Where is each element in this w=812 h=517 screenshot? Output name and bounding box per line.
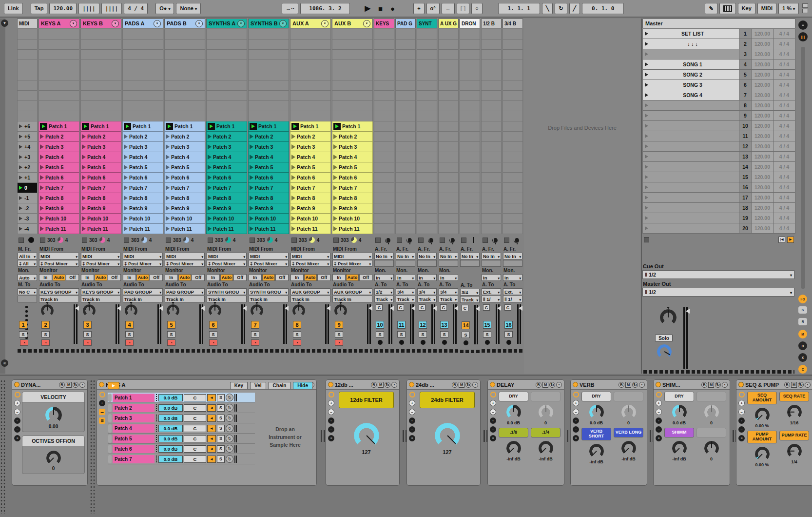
clip-slot[interactable]: Patch 11 <box>290 224 331 234</box>
save-preset-icon[interactable] <box>556 382 562 388</box>
empty-clip-slot[interactable] <box>395 101 416 111</box>
loop-button[interactable]: ↻ <box>555 3 567 14</box>
rack-drop-zone[interactable]: Drop an Instrument or Sample Here <box>259 395 311 480</box>
scene-tempo[interactable]: 120.00 <box>752 121 773 131</box>
empty-clip-slot[interactable] <box>39 101 79 111</box>
track-header[interactable]: KEYS <box>374 19 394 28</box>
empty-clip-slot[interactable] <box>206 40 247 50</box>
scene-launch-cell[interactable] <box>643 172 739 182</box>
empty-clip-slot[interactable] <box>374 101 394 111</box>
clip-slot[interactable]: Patch 6 <box>122 173 163 183</box>
device-power-icon[interactable] <box>15 392 20 398</box>
empty-clip-slot[interactable] <box>438 101 459 111</box>
empty-clip-slot[interactable] <box>438 173 459 183</box>
list-icon[interactable] <box>656 435 662 441</box>
clip-slot[interactable]: Patch 1 <box>164 121 205 132</box>
chain-pan[interactable]: C <box>184 415 206 422</box>
track-number-button[interactable]: 10 <box>376 321 384 329</box>
list-icon[interactable] <box>14 435 20 441</box>
volume-fader-handle[interactable] <box>366 306 372 311</box>
hot-swap-icon[interactable] <box>226 404 233 412</box>
punch-out-button[interactable]: ╱ <box>569 3 580 14</box>
scene-row[interactable]: 11120.004 / 4 <box>642 131 795 141</box>
empty-clip-slot[interactable] <box>374 224 394 234</box>
empty-clip-slot[interactable] <box>164 111 205 121</box>
scene-row[interactable]: SONG 47120.004 / 4 <box>642 90 795 100</box>
volume-fader-handle[interactable] <box>282 306 289 311</box>
clip-slot[interactable]: Patch 6 <box>39 173 79 183</box>
empty-clip-slot[interactable] <box>438 152 459 162</box>
empty-clip-slot[interactable] <box>481 132 502 142</box>
clip-slot[interactable]: Patch 2 <box>122 132 163 142</box>
mixer-section-toggle-c[interactable]: C <box>798 365 807 374</box>
empty-clip-slot[interactable] <box>395 60 416 70</box>
track-fold-button[interactable]: ▼ <box>279 20 287 27</box>
chain-pan[interactable]: C <box>184 435 206 442</box>
clip-slot[interactable]: Patch 1 <box>332 121 373 132</box>
scene-time-signature[interactable]: 4 / 4 <box>773 80 795 90</box>
empty-clip-slot[interactable] <box>122 111 163 121</box>
empty-clip-slot[interactable] <box>17 80 38 91</box>
pan-knob[interactable] <box>292 304 305 319</box>
clip-stop-button[interactable] <box>397 238 402 243</box>
output-type-select[interactable]: 3/4 <box>396 288 415 295</box>
empty-clip-slot[interactable] <box>332 40 373 50</box>
clip-stop-button[interactable] <box>208 238 213 243</box>
input-type-select[interactable]: No In <box>482 253 501 259</box>
empty-clip-slot[interactable] <box>481 91 502 101</box>
monitor-select[interactable]: In <box>503 274 522 281</box>
empty-clip-slot[interactable] <box>503 203 523 214</box>
volume-fader-handle[interactable] <box>473 306 480 311</box>
macro-map-button[interactable]: ▶ <box>108 382 119 389</box>
knob-icon[interactable] <box>621 405 636 419</box>
empty-clip-slot[interactable] <box>206 80 247 91</box>
clip-slot[interactable]: Patch 9 <box>206 203 247 214</box>
arm-record-button[interactable] <box>506 340 511 345</box>
scene-row[interactable]: SONG 14120.004 / 4 <box>642 60 795 70</box>
clip-slot[interactable]: Patch 6 <box>332 173 373 183</box>
parameter-icon[interactable] <box>409 418 415 424</box>
empty-clip-slot[interactable] <box>17 111 38 121</box>
knob-icon[interactable] <box>46 451 61 465</box>
device-activator-button[interactable] <box>656 382 661 387</box>
empty-clip-slot[interactable] <box>164 70 205 80</box>
arm-record-button[interactable] <box>399 340 404 345</box>
empty-clip-slot[interactable] <box>503 70 523 80</box>
hot-swap-icon[interactable] <box>385 382 390 388</box>
loop-start-display[interactable]: 1. 1. 1 <box>498 3 540 14</box>
empty-clip-slot[interactable] <box>122 60 163 70</box>
track-header[interactable]: PAD G <box>395 19 416 28</box>
empty-clip-slot[interactable] <box>395 152 416 162</box>
master-level-meter[interactable] <box>683 307 688 369</box>
track-fold-button[interactable]: ▼ <box>363 20 370 27</box>
empty-clip-slot[interactable] <box>395 214 416 224</box>
monitor-in-button[interactable]: In <box>332 274 346 281</box>
empty-clip-slot[interactable] <box>417 60 437 70</box>
record-map-button[interactable]: R <box>784 382 790 388</box>
cue-volume-knob[interactable] <box>657 344 672 359</box>
scene-launch-cell[interactable]: SONG 3 <box>643 80 739 90</box>
track-header[interactable]: PADS B▼ <box>164 19 205 28</box>
input-channel-select[interactable]: ‡ Post Mixer <box>165 260 205 267</box>
track-header[interactable]: KEYS A▼ <box>39 19 79 28</box>
clip-slot[interactable]: Patch 2 <box>248 132 289 142</box>
speaker-icon[interactable] <box>207 404 216 412</box>
empty-clip-slot[interactable] <box>332 50 373 60</box>
clip-slot[interactable]: Patch 6 <box>206 173 247 183</box>
scene-launch-cell[interactable]: SET LIST <box>643 29 739 39</box>
scene-launch-cell[interactable]: ↓ ↓ ↓ <box>643 39 739 49</box>
scene-launch-cell[interactable] <box>643 100 739 110</box>
track-header[interactable]: AUX A▼ <box>290 19 331 28</box>
collapse-triangle-button[interactable]: ▼ <box>1 20 8 27</box>
scene-time-signature[interactable]: 4 / 4 <box>773 141 795 151</box>
monitor-in-button[interactable]: In <box>81 274 94 281</box>
mixer-section-toggle-io[interactable]: I·O <box>798 295 807 303</box>
empty-clip-slot[interactable] <box>17 91 38 101</box>
empty-clip-slot[interactable] <box>460 111 480 121</box>
crossfade-assign-button[interactable]: C <box>504 304 511 311</box>
device-title-bar[interactable]: 12db ...RM <box>326 380 399 390</box>
scene-time-signature[interactable]: 4 / 4 <box>773 203 795 213</box>
scene-launch-cell[interactable] <box>643 121 739 131</box>
device-title-bar[interactable]: DYNA...RM <box>12 380 87 390</box>
follow-button[interactable]: →·· <box>282 3 298 14</box>
